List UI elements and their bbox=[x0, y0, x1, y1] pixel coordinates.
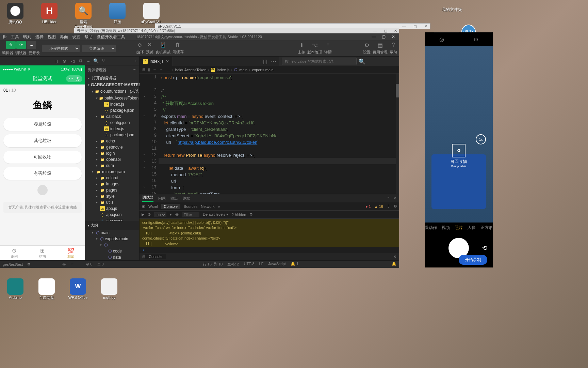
quiz-option-3[interactable]: 可回收物 bbox=[3, 151, 82, 164]
version-button[interactable]: ⌥ 版本管理 bbox=[307, 42, 322, 55]
menu-dots-icon[interactable]: ⋯ bbox=[69, 76, 74, 81]
desktop-icon-qq[interactable]: 腾讯QQ bbox=[3, 3, 27, 29]
status-warnings[interactable]: 0 bbox=[102, 262, 104, 266]
copy-icon[interactable]: ⧉ bbox=[28, 262, 30, 266]
dots-icon[interactable]: ⋮ bbox=[387, 204, 390, 209]
quiz-option-1[interactable]: 餐厨垃圾 bbox=[3, 118, 82, 131]
settings-icon[interactable]: ⚙ bbox=[394, 204, 397, 209]
menu-goto[interactable]: 转到 bbox=[23, 34, 31, 40]
collapse-icon[interactable]: ⊟ bbox=[142, 67, 145, 72]
branch-icon[interactable]: ⑂ bbox=[102, 58, 105, 63]
debug-tab-output[interactable]: 输出 bbox=[170, 196, 178, 201]
bell-icon[interactable]: 🔔 1 bbox=[291, 262, 298, 267]
settings-button[interactable]: ⚙ 设置 bbox=[363, 42, 371, 55]
desktop-icon-hbuilder[interactable]: H HBuilder bbox=[37, 3, 61, 29]
breadcrumb-item[interactable]: baiduAccessToken bbox=[175, 68, 207, 72]
outline-item[interactable]: ▾⬡main bbox=[85, 230, 139, 236]
desktop-icon-baidu[interactable]: 百度网盘 bbox=[35, 278, 59, 300]
close-icon[interactable]: ✕ bbox=[394, 29, 397, 33]
list-icon[interactable]: ≡ bbox=[87, 58, 90, 63]
project-root[interactable]: ▾GARBAGESORT-MASTER bbox=[85, 82, 139, 88]
tree-item-index-js[interactable]: JSindex.js bbox=[85, 101, 139, 107]
back-icon[interactable]: ← bbox=[153, 67, 157, 72]
tree-item-package-json[interactable]: {}package.json bbox=[85, 107, 139, 113]
console-output[interactable]: config.cities[city].cats[catIndex] ].col… bbox=[140, 219, 399, 247]
tab-identify[interactable]: ⊙ 识别 bbox=[0, 246, 28, 260]
zoom-indicator[interactable]: 1x bbox=[476, 134, 486, 144]
mode-portrait[interactable]: 人像 bbox=[468, 225, 476, 231]
split-icon[interactable]: ⧉ bbox=[79, 58, 82, 64]
mode-video[interactable]: 视频 bbox=[442, 225, 450, 231]
status-eol[interactable]: LF bbox=[259, 262, 264, 267]
device-icon[interactable]: ▯ bbox=[55, 59, 58, 64]
outline-item[interactable]: ▾⬡ bbox=[85, 242, 139, 248]
breadcrumb-item[interactable]: index.js bbox=[217, 68, 229, 72]
clear-icon[interactable]: ⊘ bbox=[148, 212, 151, 217]
my-folder-label[interactable]: 我的文件夹 bbox=[442, 7, 462, 13]
menu-settings[interactable]: 设置 bbox=[72, 34, 80, 40]
close-icon[interactable]: ✕ bbox=[393, 255, 396, 259]
context-select[interactable]: top bbox=[154, 212, 166, 217]
status-encoding[interactable]: UTF-8 bbox=[244, 262, 254, 267]
collapse-icon[interactable]: ⌃ bbox=[387, 196, 390, 201]
tree-item-echo[interactable]: ▸📁echo bbox=[85, 138, 139, 144]
tree-item-package-json[interactable]: {}package.json bbox=[85, 132, 139, 138]
maximize-icon[interactable]: ▢ bbox=[384, 29, 387, 33]
scan-icon[interactable]: ◎ bbox=[439, 36, 444, 43]
more-icon[interactable]: ⋯ bbox=[71, 262, 75, 266]
mode-slowmo[interactable]: 慢动作 bbox=[425, 225, 437, 231]
tree-item-app-js[interactable]: JSapp.js bbox=[85, 205, 139, 212]
inspect-icon[interactable]: ▣ bbox=[142, 204, 145, 209]
eye-icon[interactable]: 👁 bbox=[175, 213, 179, 217]
menu-edit[interactable]: 辑 bbox=[3, 34, 7, 40]
outline-item[interactable]: ▾⬡exports.main bbox=[85, 236, 139, 242]
compile-button[interactable]: ⟳ 编译 bbox=[136, 42, 144, 55]
debugger-toggle-button[interactable]: ⟳ bbox=[16, 41, 26, 49]
more-icon[interactable]: ⋯ bbox=[271, 58, 276, 65]
preview-button[interactable]: 👁 预览 bbox=[146, 42, 153, 55]
desktop-icon-mqtt[interactable]: mqtt.py bbox=[97, 278, 121, 300]
tree-item-images[interactable]: ▸📁images bbox=[85, 181, 139, 187]
console-footer-tab[interactable]: Console bbox=[145, 254, 166, 259]
tree-item-openapi[interactable]: ▸📁openapi bbox=[85, 156, 139, 163]
debug-tab-problems[interactable]: 问题 bbox=[158, 196, 166, 201]
console-tab-sources[interactable]: Sources bbox=[184, 204, 197, 209]
console-tab-console[interactable]: Console bbox=[161, 204, 180, 209]
tree-item-utils[interactable]: ▸📁utils bbox=[85, 199, 139, 205]
more-icon[interactable]: ⋯ bbox=[133, 68, 136, 72]
mode-square[interactable]: 正方形 bbox=[480, 225, 493, 231]
tree-item-colorui[interactable]: ▸📁colorui bbox=[85, 175, 139, 181]
clear-cache-button[interactable]: 🗑 清缓存 bbox=[173, 42, 184, 55]
outline-item[interactable]: ⬡data bbox=[85, 254, 139, 260]
record-icon[interactable]: ⊙ bbox=[63, 59, 66, 64]
menu-help[interactable]: 帮助 bbox=[84, 34, 93, 40]
help-button[interactable]: ? 帮助 bbox=[390, 42, 397, 55]
play-icon[interactable]: ▶ bbox=[142, 212, 144, 217]
console-tab-network[interactable]: Network bbox=[201, 204, 214, 209]
maximize-icon[interactable]: ▢ bbox=[413, 24, 417, 29]
tree-item-pages[interactable]: ▸📁pages bbox=[85, 187, 139, 193]
tree-item-index-js[interactable]: JSindex.js bbox=[85, 126, 139, 132]
upload-button[interactable]: ⬆ 上传 bbox=[298, 42, 305, 55]
tree-item-cloudfunctions---------[interactable]: ▾📁cloudfunctions | (未选... bbox=[85, 88, 139, 95]
tree-item-config-json[interactable]: {}config.json bbox=[85, 120, 139, 126]
code-editor[interactable]: ⌄ ⌄ ⌄⌄⌄ ⌄ 123456789101112131415161718 co… bbox=[140, 74, 399, 194]
status-language[interactable]: JavaScript bbox=[268, 262, 285, 267]
camera-viewfinder[interactable]: ♻ 可回收物 Recyclable 1x bbox=[425, 46, 493, 223]
tree-item-getmovie[interactable]: ▸📁getmovie bbox=[85, 144, 139, 150]
console-expand-icon[interactable]: ⊟ bbox=[142, 255, 145, 259]
minimize-icon[interactable]: — bbox=[370, 34, 377, 39]
menu-wx-devtools[interactable]: 微信开发者工具 bbox=[97, 34, 125, 40]
breadcrumb-item[interactable]: exports.main bbox=[252, 68, 274, 72]
mode-select[interactable]: 小程序模式 bbox=[42, 45, 80, 52]
tree-item-miniprogram[interactable]: ▾📁miniprogram bbox=[85, 169, 139, 175]
minimize-icon[interactable]: — bbox=[402, 24, 406, 29]
more-tabs-icon[interactable]: » bbox=[218, 204, 220, 209]
tab-test[interactable]: 💯 测试 bbox=[57, 246, 85, 260]
detail-button[interactable]: ≡ 详情 bbox=[324, 42, 332, 55]
record-button[interactable]: 开始录制 bbox=[459, 255, 487, 265]
tree-item-baiduAccessToken[interactable]: ▾📁baiduAccessToken bbox=[85, 95, 139, 101]
filter-input[interactable] bbox=[182, 212, 199, 217]
status-path[interactable]: ges/test/test bbox=[3, 262, 23, 266]
outline-header[interactable]: ▾ 大纲 bbox=[85, 221, 139, 230]
